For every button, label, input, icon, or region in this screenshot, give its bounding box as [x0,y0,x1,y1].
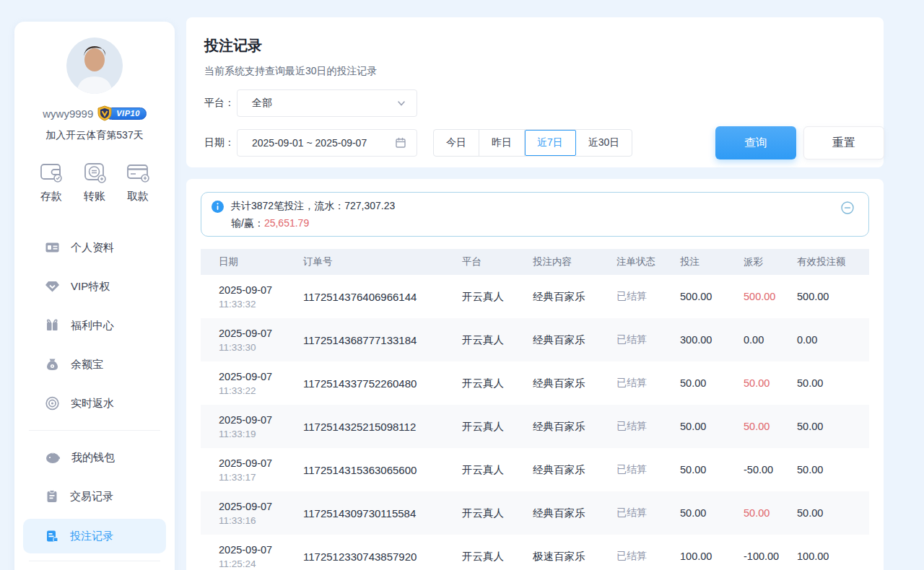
table-row[interactable]: 2025-09-0711:33:22 1172514337752260480 开… [201,361,869,405]
table-row[interactable]: 2025-09-0711:33:16 1172514309730115584 开… [201,491,869,535]
table-row[interactable]: 2025-09-0711:33:19 1172514325215098112 开… [201,405,869,448]
collapse-summary-icon[interactable] [841,201,854,214]
bet-records-table: 日期订单号平台投注内容注单状态投注派彩有效投注额 2025-09-0711:33… [201,249,869,570]
avatar[interactable] [66,38,123,94]
cell-bet-amount: 500.00 [680,291,744,302]
cell-status: 已结算 [616,420,680,433]
sidebar-item-label: 我的钱包 [71,451,115,465]
sidebar: wywy9999 VIP10 加入开云体育第537天 存款 转账 [14,22,175,570]
sidebar-item-clipboard[interactable]: 交易记录 [14,477,175,516]
cell-status: 已结算 [616,333,680,346]
platform-row: 平台： 全部 [204,89,866,117]
column-header: 投注内容 [533,255,616,268]
cell-date: 2025-09-0711:33:16 [201,499,303,527]
sidebar-item-label: VIP特权 [71,280,110,294]
cell-bet-content: 经典百家乐 [533,463,616,477]
cell-payout: -100.00 [744,551,797,562]
cell-order-number: 1172512330743857920 [303,551,462,563]
cell-bet-amount: 100.00 [680,551,744,562]
cell-order-number: 1172514315363065600 [303,464,462,476]
reset-button[interactable]: 重置 [803,126,884,159]
gift-icon [45,318,60,333]
table-row[interactable]: 2025-09-0711:33:30 1172514368777133184 开… [201,318,869,361]
cell-status: 已结算 [616,377,680,390]
cell-order-number: 1172514325215098112 [303,421,462,433]
winloss-value: 25,651.79 [264,217,309,229]
cell-platform: 开云真人 [462,377,533,390]
cell-payout: 50.00 [744,507,797,519]
column-header: 投注 [680,255,744,268]
user-row: wywy9999 VIP10 [14,105,175,121]
date-range-value: 2025-09-01 ~ 2025-09-07 [252,137,395,149]
column-header: 派彩 [744,255,797,268]
summary-line1: 共计3872笔投注，流水：727,307.23 [212,200,840,213]
cell-valid-amount: 100.00 [797,551,871,562]
cell-date: 2025-09-0711:33:19 [201,413,303,441]
quick-action-label: 存款 [40,190,62,203]
table-body: 2025-09-0711:33:32 1172514376406966144 开… [201,275,869,570]
betting-records-page: wywy9999 VIP10 加入开云体育第537天 存款 转账 [0,0,924,570]
cell-valid-amount: 0.00 [797,334,871,346]
range-button[interactable]: 昨日 [479,130,525,156]
cell-platform: 开云真人 [462,420,533,434]
range-button[interactable]: 今日 [434,130,479,156]
sidebar-item-moneybag[interactable]: 余额宝 [14,345,175,384]
summary-total-text: 共计3872笔投注，流水：727,307.23 [231,200,395,213]
sidebar-item-gift[interactable]: 福利中心 [14,306,175,345]
date-range-input[interactable]: 2025-09-01 ~ 2025-09-07 [237,129,417,157]
chevron-down-icon [396,98,406,108]
date-row: 日期： 2025-09-01 ~ 2025-09-07 今日昨日近7日近30日 … [204,129,866,157]
cell-payout: 50.00 [744,377,797,389]
summary-line2: 输/赢：25,651.79 [231,217,840,230]
quick-actions: 存款 转账 取款 [14,161,175,203]
id-card-icon [45,240,60,255]
cell-bet-amount: 300.00 [680,334,744,346]
range-button[interactable]: 近7日 [525,130,576,156]
sidebar-item-rebate[interactable]: 实时返水 [14,384,175,423]
summary-box: 共计3872笔投注，流水：727,307.23 输/赢：25,651.79 [201,192,869,237]
vip-badge: VIP10 [97,105,146,121]
range-button[interactable]: 近30日 [576,130,632,156]
cell-status: 已结算 [616,290,680,303]
table-row[interactable]: 2025-09-0711:33:32 1172514376406966144 开… [201,275,869,318]
search-button[interactable]: 查询 [715,126,796,159]
vip-shield-icon [97,105,113,121]
cell-bet-content: 经典百家乐 [533,507,616,520]
cell-platform: 开云真人 [462,333,533,347]
table-header-row: 日期订单号平台投注内容注单状态投注派彩有效投注额 [201,249,869,275]
platform-select[interactable]: 全部 [237,89,417,117]
date-label: 日期： [204,136,237,149]
cell-bet-amount: 50.00 [680,421,744,432]
sidebar-item-piggy-bank[interactable]: 我的钱包 [14,438,175,477]
cell-status: 已结算 [616,507,680,519]
sidebar-item-label: 余额宝 [71,358,103,372]
cell-bet-content: 经典百家乐 [533,420,616,434]
cell-bet-amount: 50.00 [680,377,744,389]
cell-payout: 0.00 [744,334,797,346]
quick-action-wallet[interactable]: 存款 [39,161,64,203]
platform-selected-value: 全部 [252,97,396,110]
cell-date: 2025-09-0711:33:30 [201,326,303,354]
rebate-icon [45,396,60,411]
quick-action-transfer[interactable]: 转账 [82,161,107,203]
sidebar-item-diamond[interactable]: VIP特权 [14,267,175,306]
winloss-label: 输/赢： [231,217,264,229]
cell-valid-amount: 50.00 [797,464,871,475]
column-header: 日期 [201,255,303,268]
sidebar-item-bet-record[interactable]: 投注记录 [23,519,166,553]
cell-order-number: 1172514309730115584 [303,507,462,519]
piggy-bank-icon [45,450,61,465]
cell-valid-amount: 50.00 [797,507,871,519]
cell-valid-amount: 50.00 [797,421,871,432]
cell-payout: -50.00 [744,464,797,475]
cell-date: 2025-09-0711:33:22 [201,369,303,398]
quick-action-bank-card[interactable]: 取款 [126,161,150,203]
cell-date: 2025-09-0711:33:17 [201,456,303,484]
quick-action-label: 取款 [127,190,149,203]
table-row[interactable]: 2025-09-0711:33:17 1172514315363065600 开… [201,448,869,491]
column-header: 有效投注额 [797,255,871,268]
clipboard-icon [45,489,59,504]
table-row[interactable]: 2025-09-0711:25:24 1172512330743857920 开… [201,535,869,570]
sidebar-item-id-card[interactable]: 个人资料 [14,228,175,267]
diamond-icon [45,279,60,294]
